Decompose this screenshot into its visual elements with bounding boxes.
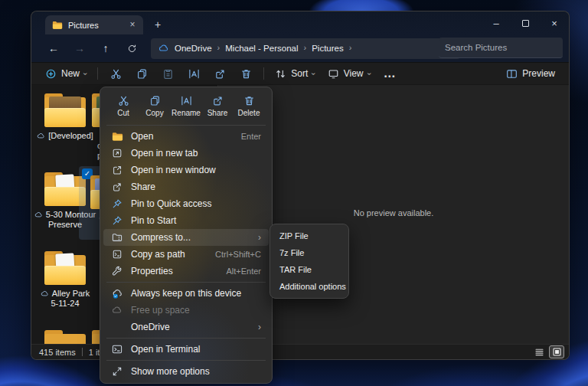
menu-separator (106, 282, 266, 283)
menu-item-free-up-space[interactable]: Free up space (103, 302, 269, 319)
thumbnails-view-toggle[interactable] (549, 345, 564, 358)
menu-item-open-new-tab[interactable]: Open in new tab (103, 145, 269, 162)
menu-separator (106, 125, 266, 126)
folder-icon (52, 20, 63, 31)
refresh-button[interactable] (120, 38, 143, 58)
breadcrumb-onedrive[interactable]: OneDrive (175, 44, 212, 53)
menu-item-open[interactable]: Open Enter (103, 128, 269, 145)
more-options-button[interactable]: … (377, 64, 403, 83)
cloud-icon (112, 305, 122, 316)
chevron-down-icon: › (365, 72, 374, 74)
forward-button[interactable]: → (68, 38, 91, 58)
up-button[interactable]: ↑ (94, 38, 117, 58)
rename-quick-action[interactable]: Rename (171, 92, 201, 119)
preview-pane-icon (506, 68, 518, 80)
file-item-alley-park[interactable]: Alley Park 5-11-24 (33, 247, 97, 309)
submenu-item-additional-options[interactable]: Additional options (273, 278, 345, 295)
share-icon (212, 95, 224, 106)
delete-quick-action[interactable]: Delete (234, 92, 264, 119)
submenu-item-zip[interactable]: ZIP File (273, 227, 345, 244)
open-new-tab-icon (112, 148, 122, 159)
search-box[interactable] (439, 38, 563, 58)
pin-icon (112, 198, 122, 209)
menu-item-properties[interactable]: Properties Alt+Enter (103, 263, 269, 280)
toolbar-divider (263, 67, 264, 80)
toolbar-divider (97, 67, 98, 80)
minimize-button[interactable]: – (482, 11, 511, 34)
rename-button[interactable] (181, 64, 207, 83)
tab-pictures[interactable]: Pictures × (45, 15, 143, 34)
menu-item-compress-to[interactable]: Compress to... › (103, 229, 269, 246)
folder-icon (43, 251, 87, 286)
copy-path-icon (112, 249, 122, 260)
maximize-icon (522, 20, 529, 27)
folder-icon (112, 131, 123, 142)
copy-icon (149, 95, 161, 106)
quick-action-label: Share (207, 109, 228, 117)
menu-item-show-more-options[interactable]: Show more options (103, 363, 269, 380)
share-quick-action[interactable]: Share (202, 92, 233, 119)
menu-item-pin-quick-access[interactable]: Pin to Quick access (103, 195, 269, 212)
menu-item-always-keep[interactable]: Always keep on this device (103, 285, 269, 302)
menu-separator (106, 338, 266, 339)
search-input[interactable] (445, 43, 563, 52)
quick-action-label: Cut (117, 109, 129, 117)
plus-circle-icon (45, 68, 57, 80)
cloud-status-icon (34, 211, 43, 219)
sort-button-label: Sort (291, 68, 308, 79)
pin-icon (112, 215, 122, 226)
quick-action-label: Rename (172, 109, 201, 117)
cloud-check-icon (112, 288, 123, 299)
terminal-icon (112, 344, 122, 355)
breadcrumb[interactable]: OneDrive › Michael - Personal › Pictures… (151, 38, 460, 59)
sort-button[interactable]: Sort › (269, 64, 321, 83)
breadcrumb-pictures[interactable]: Pictures (312, 44, 344, 53)
menu-separator (106, 360, 266, 361)
maximize-button[interactable] (511, 11, 540, 34)
new-button[interactable]: New › (39, 64, 93, 83)
tab-close-icon[interactable]: × (126, 19, 139, 31)
back-button[interactable]: ← (42, 38, 65, 58)
menu-item-open-in-terminal[interactable]: Open in Terminal (103, 341, 269, 358)
view-button-label: View (344, 68, 364, 79)
paste-button[interactable] (155, 64, 181, 83)
compress-submenu: ZIP File 7z File TAR File Additional opt… (270, 224, 349, 299)
chevron-right-icon: › (258, 232, 261, 243)
copy-icon (136, 68, 148, 80)
details-view-toggle[interactable] (531, 345, 547, 358)
chevron-down-icon: › (81, 72, 90, 74)
copy-button[interactable] (129, 64, 155, 83)
copy-quick-action[interactable]: Copy (139, 92, 170, 119)
cut-button[interactable] (103, 64, 129, 83)
view-button[interactable]: View › (322, 64, 377, 83)
breadcrumb-michael-personal[interactable]: Michael - Personal (225, 44, 298, 53)
nav-buttons: ← → ↑ (42, 38, 143, 58)
cut-quick-action[interactable]: Cut (108, 92, 139, 119)
compress-zip-icon (112, 232, 122, 243)
status-divider (82, 348, 83, 356)
cloud-status-icon (37, 132, 45, 140)
submenu-item-tar[interactable]: TAR File (273, 261, 345, 278)
chevron-right-icon: › (303, 43, 306, 52)
new-tab-button[interactable]: + (151, 18, 165, 32)
submenu-item-7z[interactable]: 7z File (273, 244, 345, 261)
menu-item-open-new-window[interactable]: Open in new window (103, 162, 269, 178)
chevron-right-icon: › (217, 43, 220, 52)
preview-toggle-button[interactable]: Preview (500, 64, 561, 83)
delete-button[interactable] (233, 64, 259, 83)
menu-item-onedrive[interactable]: OneDrive › (103, 319, 269, 335)
sort-icon (275, 68, 286, 80)
menu-item-share[interactable]: Share (103, 178, 269, 195)
view-icon (328, 68, 339, 80)
open-new-window-icon (112, 165, 122, 175)
share-button[interactable] (207, 64, 233, 83)
trash-icon (240, 68, 252, 80)
chevron-right-icon: › (349, 43, 352, 52)
menu-item-pin-start[interactable]: Pin to Start (103, 212, 269, 229)
new-button-label: New (61, 68, 80, 79)
chevron-down-icon: › (310, 72, 318, 74)
menu-item-copy-as-path[interactable]: Copy as path Ctrl+Shift+C (103, 246, 269, 263)
paste-icon (162, 68, 174, 80)
shortcut-label: Ctrl+Shift+C (215, 250, 261, 259)
close-button[interactable]: × (540, 11, 569, 34)
